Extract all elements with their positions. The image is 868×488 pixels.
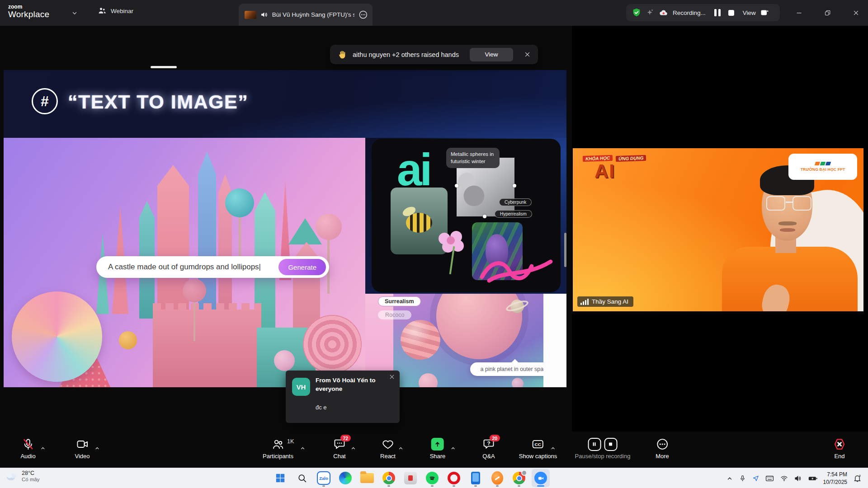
recording-label: Recording... (673, 9, 706, 16)
ai-showcase-background: ai Metallic spheres in futuristic winter… (365, 138, 566, 294)
captions-button[interactable]: CC Show captions (519, 432, 557, 468)
people-icon (98, 6, 107, 15)
qa-button[interactable]: ? 20 Q&A (482, 432, 495, 468)
qa-badge: 20 (490, 435, 500, 441)
chat-button[interactable]: 72 Chat (333, 432, 346, 468)
stop-recording-icon[interactable] (728, 10, 734, 16)
tray-keyboard-icon[interactable] (765, 475, 774, 482)
taskbar-chrome-profile[interactable] (510, 469, 528, 487)
speaker-video-panel: KHÓA HỌC ỨNG DỤNG AI TRƯỜNG ĐẠI HỌC FPT … (572, 26, 868, 432)
weather-temperature: 28°C (22, 469, 40, 477)
chat-options-chevron[interactable] (350, 446, 356, 451)
course-logo: KHÓA HỌC ỨNG DỤNG AI (583, 154, 646, 181)
taskbar-zoom-active[interactable] (532, 469, 550, 487)
taskbar-orange-app[interactable] (488, 469, 506, 487)
participants-options-chevron[interactable] (300, 446, 306, 451)
tag-rococo: Rococo (378, 310, 411, 319)
weather-widget[interactable]: 28°C Có mây (5, 469, 40, 483)
tray-wifi-icon[interactable] (780, 475, 788, 482)
captions-options-chevron[interactable] (550, 446, 556, 451)
tab-meeting-label: Bùi Vũ Huỳnh Sang (FPTU)'s s (272, 11, 355, 18)
minimize-button[interactable] (792, 6, 806, 19)
opera-icon (448, 472, 460, 484)
slide-scrollbar[interactable] (564, 233, 566, 267)
stop-recording-button[interactable] (604, 438, 617, 451)
tray-mic-icon[interactable] (739, 475, 746, 482)
taskbar-opera[interactable] (445, 469, 463, 487)
shared-screen-slide: # “TEXT TO IMAGE” (4, 70, 566, 387)
folder-icon (360, 473, 374, 483)
edge-icon (339, 472, 352, 484)
ai-companion-sparkle-icon[interactable] (646, 8, 655, 17)
prompt-input[interactable]: A castle made out of gumdrops and lollip… (96, 256, 329, 278)
tray-battery-icon[interactable] (808, 475, 817, 482)
tray-volume-icon[interactable] (794, 475, 802, 482)
tray-location-icon[interactable] (752, 475, 759, 482)
lollipop (225, 188, 254, 217)
close-button[interactable] (849, 6, 863, 19)
title-bar: zoom Workplace Webinar Bùi Vũ Huỳnh Sang… (0, 0, 868, 26)
pause-recording-icon[interactable] (714, 9, 721, 16)
taskbar-file-explorer[interactable] (358, 469, 376, 487)
lollipop (183, 279, 206, 302)
cloud-weather-icon (5, 471, 18, 481)
mic-muted-icon (22, 438, 34, 450)
start-button[interactable] (271, 469, 289, 487)
react-options-chevron[interactable] (398, 446, 404, 451)
generated-image-planets: a pink planet in outer space (393, 294, 543, 387)
tab-webinar[interactable]: Webinar (98, 6, 133, 15)
windows-logo-icon (275, 473, 285, 483)
view-layout-icon[interactable] (760, 8, 769, 17)
taskbar-phone-link[interactable] (467, 469, 485, 487)
taskbar-app[interactable] (401, 469, 420, 487)
tray-expand-chevron[interactable] (726, 475, 733, 482)
tab-meeting-active[interactable]: Bùi Vũ Huỳnh Sang (FPTU)'s s (239, 4, 373, 26)
raised-hands-banner: aithu nguyen +2 others raised hands View (330, 45, 538, 64)
end-meeting-icon (833, 437, 846, 451)
audio-options-chevron[interactable] (40, 446, 46, 451)
banner-close-icon[interactable] (524, 51, 531, 58)
restore-button[interactable] (821, 6, 834, 19)
taskbar-chrome[interactable] (380, 469, 398, 487)
tab-webinar-label: Webinar (111, 8, 133, 14)
chat-notification-popup[interactable]: VH From Võ Hoài Yến to everyone đc e (286, 371, 400, 423)
video-options-chevron[interactable] (94, 446, 100, 451)
more-options-icon[interactable] (359, 10, 368, 19)
taskbar-clock[interactable]: 7:54 PM 10/7/2025 (823, 471, 847, 485)
view-button[interactable]: View (743, 9, 756, 16)
banner-view-button[interactable]: View (470, 48, 513, 61)
svg-text:z: z (859, 474, 860, 477)
end-button[interactable]: End (833, 432, 846, 468)
taskbar-edge[interactable] (336, 469, 354, 487)
react-button[interactable]: React (380, 432, 396, 468)
swirl-lollipop (12, 291, 102, 382)
audio-button[interactable]: Audio (20, 432, 35, 468)
participants-label: Participants (263, 453, 293, 460)
video-button[interactable]: Video (75, 432, 90, 468)
phone-icon (471, 472, 480, 484)
chat-popup-close-icon[interactable] (389, 374, 395, 380)
search-button[interactable] (293, 469, 311, 487)
taskbar-zalo[interactable]: Zalo (315, 469, 333, 487)
chat-badge: 72 (340, 435, 351, 441)
ai-logo: ai (397, 147, 430, 192)
chevron-down-icon[interactable] (71, 10, 78, 16)
share-toolbar-handle[interactable] (151, 66, 177, 68)
university-badge: TRƯỜNG ĐẠI HỌC FPT (788, 154, 857, 180)
security-shield-icon[interactable] (632, 8, 642, 18)
more-button[interactable]: More (656, 432, 669, 468)
recording-status-pill: Recording... View (626, 4, 780, 21)
chat-popup-message: đc e (316, 404, 327, 411)
speaker-icon (260, 11, 268, 19)
pause-recording-button[interactable] (588, 438, 601, 451)
video-label: Video (75, 453, 90, 460)
share-button[interactable]: Share (430, 432, 446, 468)
taskbar-spotify[interactable] (423, 469, 441, 487)
weather-condition: Có mây (22, 477, 40, 483)
participants-button[interactable]: 1K Participants (263, 432, 293, 468)
share-options-chevron[interactable] (450, 446, 456, 451)
notification-bell-icon[interactable]: z (853, 474, 862, 483)
generate-button[interactable]: Generate (278, 259, 326, 275)
speaker-video-feed[interactable]: KHÓA HỌC ỨNG DỤNG AI TRƯỜNG ĐẠI HỌC FPT … (573, 148, 863, 311)
chrome-profile-icon (513, 472, 525, 484)
